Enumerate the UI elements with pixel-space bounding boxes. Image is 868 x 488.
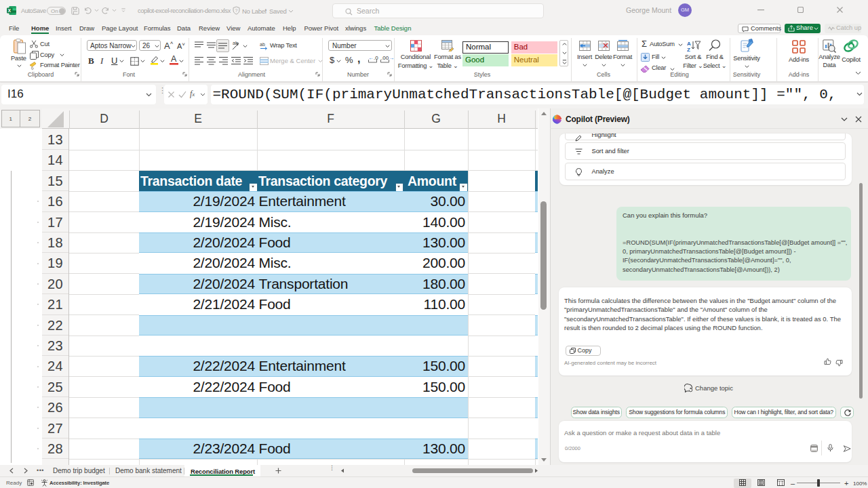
svg-text:ab: ab	[260, 42, 265, 47]
svg-text:A: A	[687, 41, 691, 47]
svg-text:ab: ab	[233, 41, 238, 45]
svg-text:Z: Z	[687, 47, 690, 52]
svg-text:?: ?	[235, 8, 238, 13]
svg-text:X: X	[8, 8, 12, 13]
